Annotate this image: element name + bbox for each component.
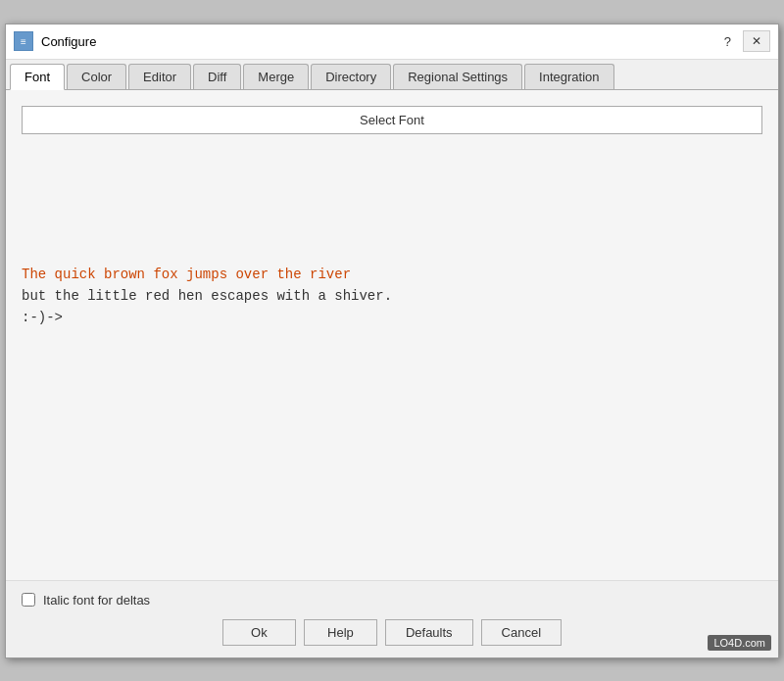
title-bar-controls: ? ✕ <box>720 30 770 52</box>
app-icon: ≡ <box>14 31 33 51</box>
preview-line-2: but the little red hen escapes with a sh… <box>22 285 762 307</box>
italic-font-label: Italic font for deltas <box>43 593 150 608</box>
tab-editor[interactable]: Editor <box>128 64 191 89</box>
italic-font-row: Italic font for deltas <box>22 593 762 608</box>
close-button[interactable]: ✕ <box>743 30 770 52</box>
tab-font[interactable]: Font <box>10 64 65 90</box>
font-tab-content: Select Font The quick brown fox jumps ov… <box>6 90 778 580</box>
preview-line-3: :-)-> <box>22 307 762 328</box>
preview-line-1: The quick brown fox jumps over the river <box>22 264 762 285</box>
configure-dialog: ≡ Configure ? ✕ Font Color Editor Diff <box>5 24 779 658</box>
font-preview-area: The quick brown fox jumps over the river… <box>22 146 762 564</box>
tab-directory[interactable]: Directory <box>311 64 391 89</box>
tab-merge[interactable]: Merge <box>243 64 309 89</box>
select-font-button[interactable]: Select Font <box>22 106 762 134</box>
title-bar-left: ≡ Configure <box>14 31 96 51</box>
tab-diff[interactable]: Diff <box>193 64 241 89</box>
defaults-button[interactable]: Defaults <box>385 619 473 646</box>
italic-font-checkbox[interactable] <box>22 593 35 607</box>
tab-regional-settings[interactable]: Regional Settings <box>393 64 522 89</box>
tab-integration[interactable]: Integration <box>524 64 613 89</box>
tab-bar: Font Color Editor Diff Merge Directory R… <box>6 60 778 90</box>
window-title: Configure <box>41 34 96 49</box>
ok-button[interactable]: Ok <box>222 619 296 646</box>
dialog-buttons: Ok Help Defaults Cancel <box>22 619 762 646</box>
title-bar: ≡ Configure ? ✕ <box>6 24 778 60</box>
bottom-section: Italic font for deltas Ok Help Defaults … <box>6 580 778 657</box>
cancel-button[interactable]: Cancel <box>481 619 562 646</box>
tab-color[interactable]: Color <box>67 64 126 89</box>
help-icon-button[interactable]: ? <box>720 34 735 49</box>
help-button[interactable]: Help <box>304 619 377 646</box>
watermark: LO4D.com <box>708 635 771 651</box>
